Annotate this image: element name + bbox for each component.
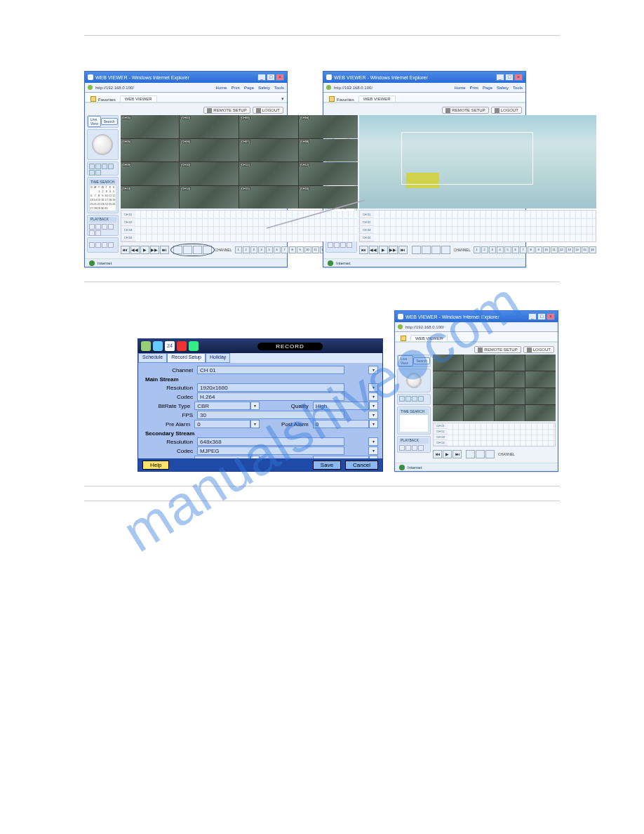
video-tile[interactable]: [CH07] [239, 139, 298, 162]
close-button[interactable]: × [276, 74, 284, 81]
codec2-select[interactable]: MJPEG [197, 446, 344, 455]
favorites-icon[interactable] [329, 96, 335, 102]
icon-calendar[interactable]: 24 [165, 341, 175, 351]
channel-select[interactable]: CH 01 [197, 366, 344, 374]
minimize-button[interactable]: _ [496, 74, 504, 81]
window-icon [326, 74, 332, 80]
cancel-button[interactable]: Cancel [345, 461, 378, 470]
misc-panel [87, 237, 119, 253]
maximize-button[interactable]: □ [505, 74, 514, 81]
icon-record[interactable] [177, 341, 187, 351]
ctrl-1[interactable] [89, 164, 95, 169]
tab-webviewer[interactable]: WEB VIEWER [120, 95, 157, 102]
maximize-button[interactable]: □ [267, 74, 275, 81]
channel-label: Channel [142, 367, 197, 373]
view-2x2[interactable] [183, 246, 192, 254]
quality-select[interactable]: High [313, 402, 369, 410]
rew-button[interactable]: ◀◀ [130, 246, 140, 254]
app-toolbar: REMOTE SETUP LOGOUT [326, 105, 523, 115]
ctrl-3[interactable] [102, 164, 107, 169]
video-tile[interactable]: [CH04] [299, 115, 358, 138]
titlebar[interactable]: WEB VIEWER - Windows Internet Explorer _… [85, 72, 287, 83]
fps-select[interactable]: 30 [197, 411, 344, 419]
view-layout-buttons [173, 246, 212, 254]
video-tile[interactable]: [CH01] [121, 115, 180, 138]
menu-home[interactable]: Home [216, 86, 227, 90]
status-text: Internet [98, 261, 112, 265]
tab-holiday[interactable]: Holiday [206, 353, 230, 363]
chevron-down-icon[interactable]: ▾ [368, 366, 378, 374]
video-tile[interactable]: [CH14] [180, 186, 239, 209]
liveview-button[interactable]: Live View [88, 116, 101, 127]
video-tile-single[interactable] [359, 115, 596, 208]
screenshot-row-2: 24 RECORD Schedule Record Setup Holiday … [84, 310, 560, 472]
tab-webviewer[interactable]: WEB VIEWER [358, 95, 396, 102]
video-tile[interactable]: [CH05] [121, 139, 180, 162]
window-icon [398, 314, 403, 319]
titlebar[interactable]: WEB VIEWER - Windows Internet Explorer _… [395, 311, 558, 322]
tab-bar: Favorites WEB VIEWER [323, 93, 525, 102]
video-tile[interactable]: [CH12] [299, 162, 358, 185]
main-view: CH 01CH 02CH 03CH 04 ⏮◀◀▶▶▶⏭ CHANNEL 123… [359, 115, 596, 256]
ctrl-5[interactable] [89, 170, 95, 176]
save-button[interactable]: Save [313, 461, 341, 470]
url-field[interactable]: http://192.168.0.100/ [95, 86, 134, 90]
video-tile[interactable]: [CH08] [299, 139, 358, 162]
connection-icon [89, 260, 95, 266]
last-button[interactable]: ⏭ [160, 246, 169, 254]
ptz-wheel[interactable] [87, 129, 119, 160]
video-tile[interactable]: [CH02] [180, 115, 239, 138]
icon-2[interactable] [153, 341, 163, 351]
resolution2-select[interactable]: 648x368 [197, 437, 344, 446]
timeline[interactable]: CH 01CH 02CH 03CH 04 [359, 210, 596, 242]
video-tile[interactable]: [CH09] [121, 162, 180, 185]
video-tile-selected[interactable]: [CH06] [180, 139, 239, 162]
minimize-button[interactable]: _ [257, 74, 266, 81]
bottom-bar: ⏮◀◀▶▶▶⏭ CHANNEL 12345678910111213141516 [359, 244, 596, 256]
menu-print[interactable]: Print [232, 86, 240, 90]
remote-setup-button[interactable]: REMOTE SETUP [203, 107, 250, 114]
prealarm-select[interactable]: 0 [194, 420, 250, 428]
window-icon [88, 74, 93, 80]
view-1x1[interactable] [173, 246, 182, 254]
ctrl-4[interactable] [108, 164, 114, 169]
favorites-icon[interactable] [90, 96, 96, 102]
video-tile[interactable]: [CH15] [239, 186, 298, 209]
icon-1[interactable] [141, 341, 151, 351]
ctrl-6[interactable] [95, 170, 101, 176]
play-button[interactable]: ▶ [140, 246, 149, 254]
logout-button[interactable]: LOGOUT [253, 107, 283, 114]
video-tile[interactable]: [CH11] [239, 162, 298, 185]
remote-setup-button[interactable]: REMOTE SETUP [474, 346, 521, 353]
calendar-grid[interactable]: SMTWTFS 12345 6789101112 13141516171819 … [89, 185, 116, 211]
icon-5[interactable] [189, 341, 199, 351]
url-field[interactable]: http://192.168.0.100/ [334, 86, 373, 90]
tab-schedule[interactable]: Schedule [138, 353, 167, 363]
view-4x4[interactable] [203, 246, 212, 254]
menu-tools[interactable]: Tools [274, 86, 284, 90]
help-button[interactable]: Help [142, 461, 169, 470]
codec-select[interactable]: H.264 [197, 392, 344, 401]
video-tile[interactable]: [CH13] [121, 186, 180, 209]
bitrate-select[interactable]: CBR [194, 402, 250, 410]
logout-button[interactable]: LOGOUT [523, 346, 554, 353]
remote-setup-button[interactable]: REMOTE SETUP [442, 107, 488, 114]
logout-button[interactable]: LOGOUT [491, 107, 522, 114]
tab-record-setup[interactable]: Record Setup [167, 353, 206, 363]
ctrl-2[interactable] [95, 164, 101, 169]
video-tile[interactable]: [CH03] [239, 115, 298, 138]
calendar-panel: TIME SEARCH SMTWTFS 12345 6789101112 131… [87, 177, 119, 213]
resolution-select[interactable]: 1920x1680 [197, 383, 344, 392]
close-button[interactable]: × [514, 74, 523, 81]
video-tile[interactable]: [CH10] [180, 162, 239, 185]
menu-page[interactable]: Page [244, 86, 254, 90]
favorites-label[interactable]: Favorites [98, 98, 116, 102]
titlebar[interactable]: WEB VIEWER - Windows Internet Explorer _… [323, 72, 525, 83]
menu-safety[interactable]: Safety [258, 86, 270, 90]
ff-button[interactable]: ▶▶ [150, 246, 159, 254]
view-3x3[interactable] [193, 246, 202, 254]
postalarm-select[interactable]: 0 [313, 420, 369, 428]
jog-dial-icon [92, 134, 113, 155]
search-button[interactable]: Search [101, 118, 118, 125]
first-button[interactable]: ⏮ [121, 246, 130, 254]
